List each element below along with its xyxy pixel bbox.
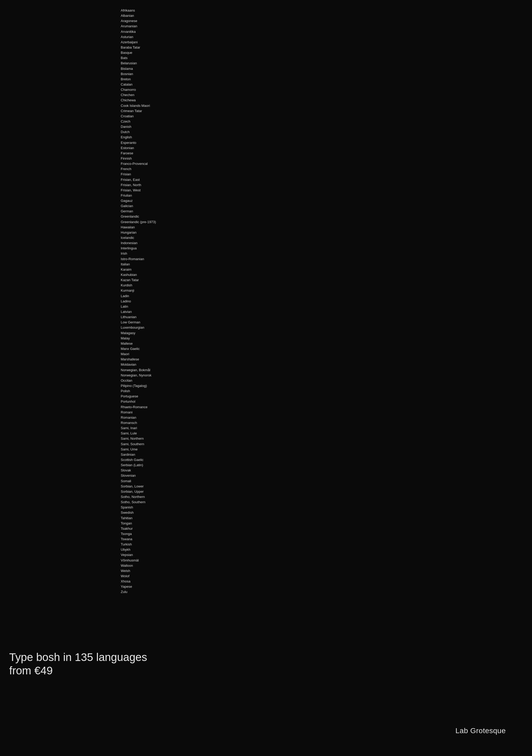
list-item: Bislama — [121, 66, 156, 71]
list-item: Malay — [121, 336, 156, 341]
list-item: Tsakhur — [121, 526, 156, 531]
list-item: German — [121, 209, 156, 214]
list-item: Slovak — [121, 468, 156, 473]
list-item: Spanish — [121, 505, 156, 510]
list-item: Czech — [121, 119, 156, 124]
list-item: Italian — [121, 262, 156, 267]
list-item: Chechen — [121, 93, 156, 98]
list-item: Xhosa — [121, 579, 156, 584]
list-item: Moldavian — [121, 362, 156, 367]
list-item: Franco-Provencal — [121, 161, 156, 166]
list-item: Welsh — [121, 568, 156, 574]
list-item: Kashubian — [121, 272, 156, 278]
list-item: Romanian — [121, 415, 156, 420]
list-item: Portunhol — [121, 399, 156, 404]
list-item: Norwegian, Bokmål — [121, 367, 156, 373]
list-item: Low German — [121, 320, 156, 325]
list-item: Latvian — [121, 309, 156, 314]
list-item: Sami, Northern — [121, 436, 156, 441]
list-item: Pilipino (Tagalog) — [121, 383, 156, 389]
list-item: Faroese — [121, 151, 156, 156]
list-item: English — [121, 135, 156, 140]
list-item: Istro-Romanian — [121, 256, 156, 262]
list-item: Interlingua — [121, 246, 156, 251]
list-item: Frisian, West — [121, 188, 156, 193]
list-item: Catalan — [121, 82, 156, 87]
page-container: AfrikaansAlbanianAragoneseArumanianArvan… — [0, 0, 532, 756]
footer-title: Lab Grotesque — [455, 727, 506, 735]
list-item: Sardinian — [121, 452, 156, 457]
list-item: Albanian — [121, 13, 156, 18]
list-item: Marshallese — [121, 357, 156, 362]
list-item: Crimean Tatar — [121, 108, 156, 114]
list-item: Estonian — [121, 146, 156, 151]
list-item: Cook Islands Maori — [121, 103, 156, 108]
list-item: Swedish — [121, 510, 156, 515]
list-item: Malagasy — [121, 331, 156, 336]
list-item: Arumanian — [121, 24, 156, 29]
list-item: Ubykh — [121, 547, 156, 552]
list-item: Wolof — [121, 574, 156, 579]
list-item: Manx Gaelic — [121, 346, 156, 351]
list-item: Scottish Gaelic — [121, 457, 156, 463]
list-item: Asturian — [121, 34, 156, 40]
list-item: Finnish — [121, 156, 156, 161]
tagline: Type bosh in 135 languages from €49 — [9, 651, 147, 677]
list-item: Lithuanian — [121, 314, 156, 320]
list-item: Rhaeto-Romance — [121, 405, 156, 410]
list-item: Maori — [121, 351, 156, 357]
tagline-line2: from €49 — [9, 664, 53, 677]
list-item: Tahitian — [121, 516, 156, 521]
list-item: Yapese — [121, 584, 156, 589]
list-item: Võmhusmäl — [121, 558, 156, 563]
list-item: Sotho, Southern — [121, 500, 156, 505]
list-item: Afrikaans — [121, 8, 156, 13]
list-item: Icelandic — [121, 235, 156, 240]
list-item: Galician — [121, 203, 156, 209]
list-item: Frisian — [121, 172, 156, 177]
list-item: Greenlandic — [121, 214, 156, 219]
list-item: Sotho, Northern — [121, 494, 156, 500]
list-item: Zulu — [121, 589, 156, 595]
list-item: Chichewa — [121, 98, 156, 103]
list-item: Luxembourgian — [121, 325, 156, 330]
list-item: Frisian, East — [121, 177, 156, 182]
list-item: Walloon — [121, 563, 156, 568]
list-item: Tswana — [121, 537, 156, 542]
languages-column: AfrikaansAlbanianAragoneseArumanianArvan… — [121, 8, 156, 595]
list-item: Baraba Tatar — [121, 45, 156, 50]
list-item: Gagauz — [121, 198, 156, 203]
list-item: Sorbian, Lower — [121, 484, 156, 489]
list-item: Bats — [121, 55, 156, 61]
list-item: Croatian — [121, 114, 156, 119]
tagline-line1: Type bosh in 135 languages — [9, 651, 147, 663]
list-item: Somali — [121, 478, 156, 484]
list-item: Turkish — [121, 542, 156, 547]
list-item: Sorbian, Upper — [121, 489, 156, 494]
list-item: Sami, Inari — [121, 425, 156, 431]
list-item: Polish — [121, 389, 156, 394]
list-item: French — [121, 166, 156, 172]
list-item: Latin — [121, 304, 156, 309]
list-item: Portuguese — [121, 394, 156, 399]
list-item: Danish — [121, 124, 156, 129]
list-item: Kurdish — [121, 283, 156, 288]
list-item: Ladino — [121, 299, 156, 304]
list-item: Arvanitika — [121, 29, 156, 34]
list-item: Maltese — [121, 341, 156, 346]
list-item: Sami, Lule — [121, 431, 156, 436]
list-item: Karaim — [121, 267, 156, 272]
list-item: Ladin — [121, 293, 156, 299]
list-item: Occitan — [121, 378, 156, 383]
list-item: Basque — [121, 50, 156, 55]
list-item: Aragonese — [121, 18, 156, 24]
list-item: Breton — [121, 77, 156, 82]
list-item: Frisian, North — [121, 182, 156, 188]
list-item: Romansch — [121, 420, 156, 425]
list-item: Vepsian — [121, 552, 156, 557]
list-item: Indonesian — [121, 240, 156, 246]
list-item: Norwegian, Nynorsk — [121, 373, 156, 378]
list-item: Sami, Southern — [121, 442, 156, 447]
list-item: Azerbaijani — [121, 40, 156, 45]
list-item: Esperanto — [121, 140, 156, 146]
